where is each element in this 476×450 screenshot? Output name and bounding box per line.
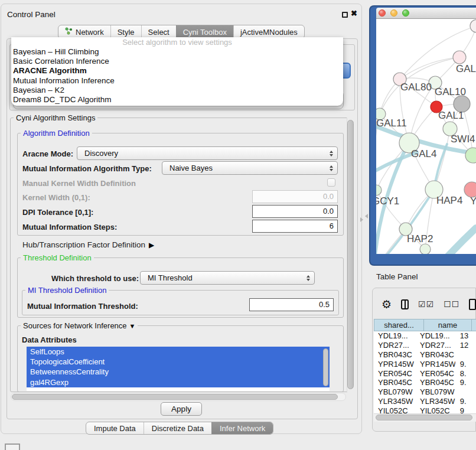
spinner-arrows-icon bbox=[330, 151, 333, 156]
table-row[interactable]: YBR045CYBR045C9. bbox=[374, 378, 476, 387]
kernel-width-field[interactable]: 0.0 bbox=[252, 190, 338, 203]
mi-algorithm-type-select[interactable]: Naive Bayes bbox=[162, 161, 338, 175]
algorithm-option-aracne-algorithm[interactable]: ARACNE Algorithm bbox=[11, 66, 343, 76]
attribute-item-betweennesscentrality[interactable]: BetweennessCentrality bbox=[27, 367, 330, 377]
settings-vertical-scrollbar-thumb[interactable] bbox=[347, 120, 354, 389]
split-columns-icon[interactable] bbox=[401, 299, 409, 309]
algorithm-option-dream8-dc-tdc-algorithm[interactable]: Dream8 DC_TDC Algorithm bbox=[11, 95, 343, 105]
column-header-cut[interactable] bbox=[472, 319, 476, 331]
algorithm-option-bayesian-k2[interactable]: Bayesian – K2 bbox=[11, 86, 343, 95]
table-cell: 9. bbox=[456, 397, 476, 406]
table-row[interactable]: YLR345WYLR345W9. bbox=[374, 397, 476, 406]
table-row[interactable]: YBR043CYBR043C bbox=[374, 350, 476, 360]
bottom-tab-discretize-data[interactable]: Discretize Data bbox=[144, 422, 211, 434]
node-label-gal11: GAL11 bbox=[376, 118, 407, 129]
table-cell: YLR345W bbox=[374, 397, 416, 406]
node-label-y: Y bbox=[470, 195, 476, 207]
network-node-gcy1[interactable] bbox=[376, 185, 382, 195]
collapsed-panel-icon[interactable] bbox=[5, 444, 20, 450]
hub-definition-expander[interactable]: Hub/Transcription Factor Definition▶ bbox=[22, 240, 154, 249]
close-panel-button[interactable]: ✖ bbox=[351, 9, 357, 18]
algorithm-option-basic-correlation-inference[interactable]: Basic Correlation Inference bbox=[11, 57, 343, 66]
data-attributes-label: Data Attributes bbox=[22, 335, 77, 344]
attribute-item-gal4rgexp[interactable]: gal4RGexp bbox=[27, 377, 330, 387]
table-cell: 12 bbox=[456, 341, 476, 350]
sources-title-row[interactable]: Sources for Network Inference▼ bbox=[21, 322, 138, 330]
apply-button[interactable]: Apply bbox=[161, 402, 202, 416]
network-window-titlebar[interactable] bbox=[376, 8, 476, 19]
expand-down-icon: ▼ bbox=[129, 322, 136, 330]
sources-title: Sources for Network Inference bbox=[23, 321, 127, 330]
gear-icon[interactable]: ⚙ bbox=[382, 299, 392, 310]
table-cell: YBR043C bbox=[416, 350, 456, 360]
table-row[interactable]: YDR27...YDR27...12 bbox=[374, 341, 476, 350]
which-threshold-select[interactable]: MI Threshold bbox=[140, 271, 315, 285]
settings-horizontal-scrollbar-thumb[interactable] bbox=[12, 394, 338, 400]
attribute-item-selfloops[interactable]: SelfLoops bbox=[27, 347, 330, 357]
expand-right-icon: ▶ bbox=[149, 241, 154, 249]
table-row[interactable]: YBL079WYBL079W bbox=[374, 387, 476, 397]
node-label-swi4: SWI4 bbox=[451, 133, 475, 145]
tab-cyni-toolbox[interactable]: Cyni Toolbox bbox=[176, 25, 233, 38]
data-attributes-list: SelfLoopsTopologicalCoefficientBetweenne… bbox=[27, 347, 330, 391]
splitter-expand-icon[interactable] bbox=[365, 214, 368, 219]
table-cell: 9. bbox=[456, 360, 476, 369]
page-icon[interactable] bbox=[469, 299, 476, 310]
cyni-algorithm-settings-title: Cyni Algorithm Settings bbox=[14, 114, 97, 122]
network-node[interactable] bbox=[470, 19, 476, 32]
table-row[interactable]: YPR145WYPR145W9. bbox=[374, 360, 476, 369]
mi-threshold-field[interactable]: 0.5 bbox=[249, 298, 334, 311]
table-cell: YBR043C bbox=[374, 350, 416, 360]
bottom-tab-impute-data[interactable]: Impute Data bbox=[86, 422, 144, 434]
splitter-collapse-icon[interactable] bbox=[360, 217, 363, 222]
algorithm-option-mutual-information-inference[interactable]: Mutual Information Inference bbox=[11, 76, 343, 86]
network-node-gal[interactable] bbox=[453, 51, 466, 64]
network-icon bbox=[65, 27, 73, 37]
network-node-swi4[interactable] bbox=[465, 148, 476, 163]
select-all-icon[interactable]: ☑☑ bbox=[418, 300, 434, 308]
mi-steps-field[interactable]: 6 bbox=[252, 220, 338, 233]
attributes-scrollbar-thumb[interactable] bbox=[323, 348, 328, 386]
node-label-gal4: GAL4 bbox=[411, 148, 436, 159]
bottom-tab-infer-network[interactable]: Infer Network bbox=[211, 422, 273, 434]
tab-network[interactable]: Network bbox=[58, 25, 110, 38]
table-cell: YPR145W bbox=[416, 360, 456, 369]
attribute-item-topologicalcoefficient[interactable]: TopologicalCoefficient bbox=[27, 357, 330, 367]
deselect-all-icon[interactable]: ☐☐ bbox=[444, 300, 459, 308]
close-window-button[interactable] bbox=[379, 9, 386, 17]
node-label-gcy1: GCY1 bbox=[376, 195, 399, 207]
node-label-gal1: GAL1 bbox=[438, 110, 464, 121]
which-threshold-label: Which threshold to use: bbox=[51, 274, 139, 283]
float-window-button[interactable] bbox=[342, 12, 348, 18]
table-cell: 13 bbox=[456, 331, 476, 341]
mi-steps-label: Mutual Information Steps: bbox=[22, 223, 117, 231]
cyni-bottom-tabbar: Impute DataDiscretize DataInfer Network bbox=[86, 422, 273, 435]
tab-label: Network bbox=[76, 28, 104, 37]
zoom-window-button[interactable] bbox=[402, 9, 409, 17]
table-cell: 9. bbox=[456, 378, 476, 387]
tab-jactivemnodules[interactable]: jActiveMNodules bbox=[233, 25, 304, 38]
tab-label: Style bbox=[118, 28, 135, 37]
bottom-tab-label: Impute Data bbox=[94, 424, 136, 433]
manual-kernel-width-label: Manual Kernel Width Definition bbox=[22, 179, 136, 188]
dpi-tolerance-field[interactable]: 0.0 bbox=[252, 205, 338, 218]
algorithm-option-bayesian-hill-climbing[interactable]: Bayesian – Hill Climbing bbox=[11, 47, 343, 57]
table-row[interactable]: YER054CYER054C8. bbox=[374, 369, 476, 379]
tab-label: jActiveMNodules bbox=[240, 28, 298, 37]
column-header-shared[interactable]: shared... bbox=[374, 319, 424, 331]
spinner-arrows-icon bbox=[307, 275, 310, 281]
column-header-name[interactable]: name bbox=[424, 319, 472, 331]
kernel-width-label: Kernel Width (0,1): bbox=[22, 193, 90, 202]
network-node[interactable] bbox=[420, 244, 431, 254]
tab-select[interactable]: Select bbox=[141, 25, 176, 38]
table-row[interactable]: YDL19...YDL19...13 bbox=[374, 331, 476, 341]
node-label-gal10: GAL10 bbox=[435, 86, 466, 97]
aracne-mode-select[interactable]: Discovery bbox=[77, 146, 338, 160]
which-threshold-value: MI Threshold bbox=[148, 272, 193, 285]
table-horizontal-scrollbar-thumb[interactable] bbox=[376, 415, 472, 420]
table-panel-title: Table Panel bbox=[376, 272, 418, 281]
manual-kernel-width-checkbox[interactable] bbox=[327, 178, 335, 187]
minimize-window-button[interactable] bbox=[390, 9, 397, 17]
tab-style[interactable]: Style bbox=[110, 25, 141, 38]
network-view-canvas[interactable]: GALGAL80GAL10GAL1GAL11GAL4SWI4GCY1HAP4YH… bbox=[376, 19, 476, 254]
